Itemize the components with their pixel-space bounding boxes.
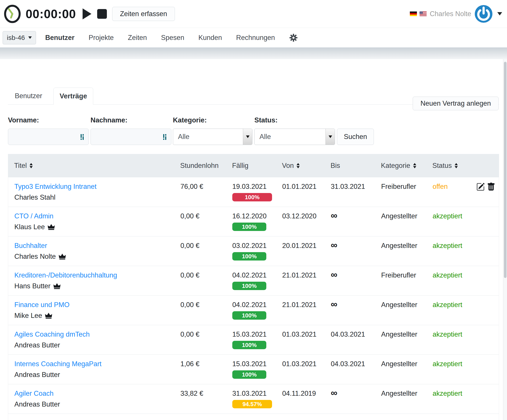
contract-title-link[interactable]: Agiler Coach [14, 390, 53, 398]
cell-title: Finance und PMOMike Lee [8, 296, 180, 320]
contract-person: Mike Lee [14, 312, 180, 320]
table-row: Kreditoren-/DebitorenbuchhaltungHans But… [8, 266, 499, 296]
admin-crown-icon [48, 224, 55, 230]
main-nav: isb-46 BenutzerProjekteZeitenSpesenKunde… [0, 28, 507, 48]
contracts-table: TitelStundenlohnFälligVonBisKategorieSta… [8, 154, 499, 420]
due-date: 31.03.2021 [232, 390, 282, 398]
cell-stundenlohn: 0,00 € [180, 236, 232, 250]
record-times-button[interactable]: Zeiten erfassen [112, 7, 175, 21]
cell-stundenlohn: 76,00 € [180, 177, 232, 191]
cell-stundenlohn: 33,82 € [180, 384, 232, 398]
table-header-row: TitelStundenlohnFälligVonBisKategorieSta… [8, 154, 499, 177]
due-date: 04.02.2021 [232, 271, 282, 279]
nav-item-projekte[interactable]: Projekte [89, 34, 114, 42]
play-button[interactable] [83, 8, 92, 19]
cell-bis: 30.07.2021 [331, 414, 381, 420]
cell-actions [476, 414, 499, 419]
cell-kategorie: Angestellter [381, 236, 433, 250]
column-header-label: Status [432, 162, 452, 170]
nav-item-kunden[interactable]: Kunden [198, 34, 222, 42]
timer-display: 00:00:00 [26, 7, 76, 21]
tab-vertraege[interactable]: Verträge [53, 88, 93, 104]
kategorie-label: Kategorie: [173, 116, 252, 124]
column-header-stundenlohn: Stundenlohn [180, 162, 232, 170]
nachname-input[interactable] [91, 129, 171, 145]
tab-benutzer[interactable]: Benutzer [8, 88, 49, 104]
filter-bar: Vorname: Nachname: Kategorie: [8, 116, 499, 145]
status-label: Status: [254, 116, 335, 124]
cell-stundenlohn: 0,00 € [180, 296, 232, 309]
column-header-status[interactable]: Status [432, 162, 476, 170]
logout-power-button[interactable] [475, 5, 493, 23]
stop-button[interactable] [97, 9, 107, 19]
due-date: 15.03.2021 [232, 330, 282, 338]
workspace-selector[interactable]: isb-46 [3, 31, 36, 44]
nav-item-zeiten[interactable]: Zeiten [128, 34, 147, 42]
person-name: Klaus Lee [14, 223, 45, 231]
contract-title-link[interactable]: Kreditoren-/Debitorenbuchhaltung [14, 271, 117, 279]
cell-actions [476, 384, 499, 390]
cell-bis: ∞ [331, 236, 381, 250]
cell-von: 01.01.2021 [282, 177, 331, 191]
nav-item-benutzer[interactable]: Benutzer [45, 34, 75, 42]
contract-person: Andreas Butter [14, 341, 180, 349]
status-select[interactable]: Alle [254, 129, 335, 145]
contract-title-link[interactable]: Finance und PMO [14, 301, 70, 309]
cell-stundenlohn: 0,00 € [180, 325, 232, 338]
contract-title-link[interactable]: Buchhalter [14, 242, 47, 250]
vorname-input[interactable] [8, 129, 89, 145]
cell-title: BuchhalterCharles Nolte [8, 236, 180, 261]
edit-icon[interactable] [476, 183, 485, 191]
cell-von: 20.01.2021 [282, 236, 331, 250]
contract-title-link[interactable]: Typo3 Entwicklung Intranet [14, 183, 97, 191]
cell-actions [476, 355, 499, 360]
infinity-icon: ∞ [331, 240, 338, 250]
cell-bis: ∞ [331, 207, 381, 220]
nav-item-spesen[interactable]: Spesen [161, 34, 184, 42]
user-menu-caret[interactable] [497, 12, 502, 15]
cell-von: 01.03.2021 [282, 355, 331, 368]
column-header-von[interactable]: Von [282, 162, 331, 170]
sort-icon [413, 163, 416, 168]
nav-items: BenutzerProjekteZeitenSpesenKundenRechnu… [45, 34, 289, 42]
cell-faellig: 31.03.202194.57% [232, 384, 282, 408]
column-header-kategorie[interactable]: Kategorie [381, 162, 432, 170]
cell-status: akzeptiert [433, 296, 476, 309]
scrollbar-thumb[interactable] [504, 62, 507, 278]
cell-status: akzeptiert [433, 384, 476, 398]
delete-icon[interactable] [487, 183, 495, 191]
nav-item-rechnungen[interactable]: Rechnungen [236, 34, 275, 42]
table-row: Typo3 Entwicklung IntranetCharles Stahl7… [8, 177, 499, 207]
cell-kategorie: Angestellter [381, 325, 433, 338]
contract-title-link[interactable]: CTO / Admin [14, 212, 53, 220]
kategorie-select[interactable]: Alle [173, 129, 252, 145]
cell-status: akzeptiert [433, 355, 476, 368]
cell-faellig: 15.03.2021100% [232, 325, 282, 349]
kategorie-selected-value: Alle [178, 133, 190, 140]
progress-badge: 100% [232, 252, 266, 261]
cell-status: offen [433, 177, 476, 191]
person-name: Andreas Butter [14, 341, 60, 349]
clock-icon [3, 4, 22, 24]
contract-title-link[interactable]: Java Entwicklung E-Shop Umfeld [14, 419, 115, 420]
cell-stundenlohn: 0,00 € [180, 207, 232, 220]
progress-badge: 100% [232, 311, 266, 320]
infinity-icon: ∞ [331, 210, 338, 220]
cell-von: 24.08.2020 [282, 414, 331, 420]
german-flag-icon[interactable] [410, 12, 417, 16]
search-button[interactable]: Suchen [337, 129, 374, 145]
top-bar: 00:00:00 Zeiten erfassen Charles Nolte [0, 0, 507, 28]
main-content: Neuen Vertrag anlegen Benutzer Verträge … [0, 88, 507, 420]
column-header-label: Titel [14, 162, 27, 170]
contract-person: Klaus Lee [14, 223, 180, 231]
contract-title-link[interactable]: Agiles Coaching dmTech [14, 330, 90, 338]
admin-crown-icon [53, 283, 61, 289]
contract-title-link[interactable]: Internes Coaching MegaPart [14, 360, 102, 368]
column-header-titel[interactable]: Titel [8, 162, 180, 170]
due-date: 16.12.2020 [232, 212, 282, 220]
cell-actions [476, 325, 499, 330]
new-contract-button[interactable]: Neuen Vertrag anlegen [413, 97, 499, 110]
settings-gear-icon[interactable] [289, 33, 298, 42]
us-flag-icon[interactable] [420, 12, 427, 16]
infinity-icon: ∞ [331, 388, 338, 398]
